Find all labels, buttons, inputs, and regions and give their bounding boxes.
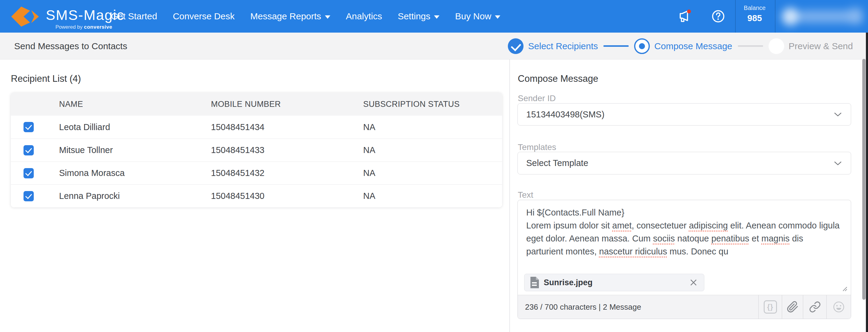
table-body: Leota Dilliard 15048451434 NA Mitsue Tol… — [11, 116, 502, 208]
column-header-name: NAME — [59, 100, 211, 109]
balance-value: 985 — [735, 13, 774, 23]
merge-field-button[interactable] — [758, 295, 782, 319]
link-icon — [809, 301, 821, 313]
step-active-radio-icon — [634, 38, 650, 54]
table-row[interactable]: Lenna Paprocki 15048451430 NA — [11, 185, 502, 208]
column-header-mobile: MOBILE NUMBER — [211, 100, 363, 109]
help-icon[interactable] — [710, 8, 726, 24]
step-connector — [738, 45, 763, 47]
step-upcoming-circle-icon — [769, 38, 784, 54]
step-complete-check-icon — [508, 38, 524, 54]
message-line-1: Hi ${Contacts.Full Name} — [526, 206, 842, 219]
misspelled-word: sociis — [653, 233, 675, 243]
attachment-chip: Sunrise.jpeg — [524, 274, 704, 291]
merge-field-icon — [764, 300, 777, 313]
message-toolbar: 236 / 700 characters | 2 Message — [518, 295, 851, 319]
top-navigation-bar: SMS-Magic Powered by conversive Get Star… — [0, 0, 868, 33]
template-select[interactable]: Select Template — [518, 152, 851, 174]
nav-label: Message Reports — [250, 11, 321, 22]
announcement-icon[interactable] — [678, 8, 693, 24]
user-account-menu[interactable] — [781, 2, 866, 30]
step-compose-message[interactable]: Compose Message — [634, 38, 732, 54]
panel-divider — [509, 59, 510, 332]
text-label: Text — [518, 190, 533, 200]
cell-status: NA — [363, 168, 502, 178]
nav-buy-now[interactable]: Buy Now — [455, 11, 500, 22]
misspelled-word: adipiscing — [689, 221, 728, 230]
row-checkbox-checked[interactable] — [24, 168, 34, 178]
step-label: Select Recipients — [528, 41, 598, 51]
header-divider — [775, 0, 775, 33]
file-icon — [530, 277, 539, 288]
table-row[interactable]: Simona Morasca 15048451432 NA — [11, 162, 502, 185]
nav-label: Analytics — [346, 11, 382, 22]
cell-status: NA — [363, 145, 502, 155]
nav-settings[interactable]: Settings — [398, 11, 439, 22]
row-checkbox-checked[interactable] — [24, 145, 34, 156]
misspelled-word: amet — [612, 221, 631, 230]
recipient-table: NAME MOBILE NUMBER SUBSCRIPTION STATUS L… — [11, 93, 502, 208]
column-header-status: SUBSCRIPTION STATUS — [363, 100, 502, 109]
chevron-down-icon — [834, 112, 842, 117]
caret-down-icon — [434, 16, 439, 19]
insert-link-button[interactable] — [803, 295, 827, 319]
page-title: Send Messages to Contacts — [14, 33, 127, 59]
cell-mobile: 15048451430 — [211, 191, 363, 201]
step-preview-send: Preview & Send — [769, 38, 853, 54]
template-value: Select Template — [526, 158, 588, 168]
textarea-resize-handle[interactable] — [842, 286, 848, 292]
cell-mobile: 15048451434 — [211, 122, 363, 132]
paperclip-icon — [786, 301, 799, 313]
cell-name: Leota Dilliard — [59, 122, 211, 132]
cell-name: Mitsue Tollner — [59, 145, 211, 155]
nav-converse-desk[interactable]: Converse Desk — [173, 11, 235, 22]
sender-id-select[interactable]: 15134403498(SMS) — [518, 103, 851, 126]
compose-title: Compose Message — [518, 73, 598, 84]
brand-powered-by: Powered by conversive — [56, 24, 112, 30]
cell-mobile: 15048451432 — [211, 168, 363, 178]
balance-display: Balance 985 — [735, 0, 774, 33]
emoji-button[interactable] — [827, 295, 851, 319]
nav-label: Get Started — [111, 11, 157, 22]
user-menu-blur — [849, 7, 863, 25]
table-header-row: NAME MOBILE NUMBER SUBSCRIPTION STATUS — [11, 93, 502, 116]
caret-down-icon — [495, 16, 500, 19]
nav-label: Converse Desk — [173, 11, 235, 22]
table-row[interactable]: Leota Dilliard 15048451434 NA — [11, 116, 502, 139]
cell-status: NA — [363, 191, 502, 201]
nav-get-started[interactable]: Get Started — [111, 11, 157, 22]
wizard-stepper: Select Recipients Compose Message Previe… — [508, 33, 853, 59]
recipient-list-title: Recipient List (4) — [11, 73, 81, 84]
row-checkbox-checked[interactable] — [24, 191, 34, 201]
cell-mobile: 15048451433 — [211, 145, 363, 155]
cell-status: NA — [363, 122, 502, 132]
powered-brand-text: conversive — [84, 24, 113, 30]
main-nav: Get Started Converse Desk Message Report… — [111, 0, 500, 33]
app-window: SMS-Magic Powered by conversive Get Star… — [0, 0, 868, 332]
powered-by-text: Powered by — [56, 24, 83, 30]
window-edge — [866, 33, 868, 332]
message-text-container: Hi ${Contacts.Full Name} Lorem ipsum dol… — [518, 200, 851, 319]
chevron-down-icon — [834, 161, 842, 166]
sender-id-label: Sender ID — [518, 93, 556, 103]
nav-message-reports[interactable]: Message Reports — [250, 11, 330, 22]
step-label: Compose Message — [654, 41, 732, 51]
caret-down-icon — [325, 16, 330, 19]
templates-label: Templates — [518, 142, 556, 152]
avatar — [782, 8, 799, 25]
remove-attachment-icon[interactable] — [689, 279, 698, 286]
sender-id-value: 15134403498(SMS) — [526, 110, 604, 119]
nav-analytics[interactable]: Analytics — [346, 11, 382, 22]
vertical-scrollbar[interactable] — [862, 59, 866, 300]
table-row[interactable]: Mitsue Tollner 15048451433 NA — [11, 139, 502, 162]
character-counter: 236 / 700 characters | 2 Message — [518, 295, 758, 319]
step-select-recipients[interactable]: Select Recipients — [508, 38, 598, 54]
row-checkbox-checked[interactable] — [24, 122, 34, 132]
attach-file-button[interactable] — [782, 295, 803, 319]
step-label: Preview & Send — [789, 41, 853, 51]
cell-name: Lenna Paprocki — [59, 191, 211, 201]
sms-magic-logo-icon — [11, 5, 41, 28]
balance-label: Balance — [735, 4, 774, 11]
nav-label: Settings — [398, 11, 430, 22]
message-body: Lorem ipsum dolor sit amet, consectetuer… — [526, 219, 842, 258]
